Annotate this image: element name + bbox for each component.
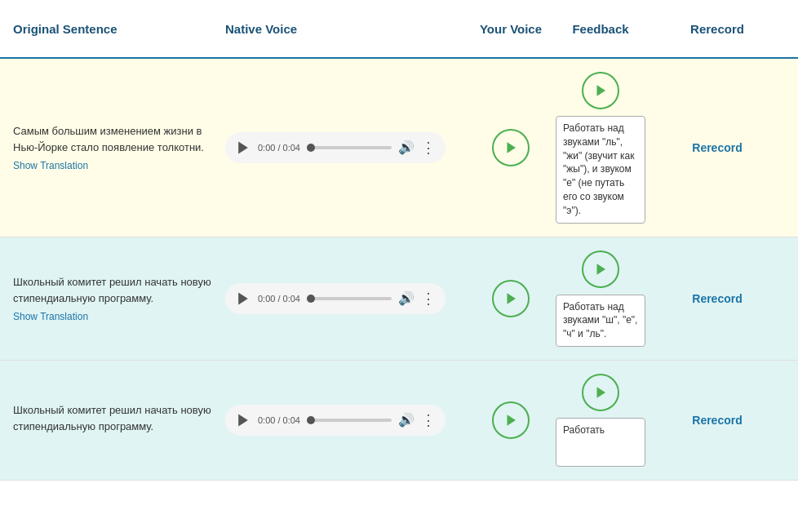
more-options-icon[interactable]: ⋮: [421, 290, 437, 308]
audio-time: 0:00 / 0:04: [258, 415, 300, 425]
table-header: Original Sentence Native Voice Your Voic…: [0, 0, 798, 59]
svg-marker-2: [597, 85, 606, 96]
header-yourvoice: Your Voice: [470, 22, 552, 36]
audio-time: 0:00 / 0:04: [258, 294, 300, 304]
native-voice-cell: 0:00 / 0:04 🔊 ⋮: [225, 283, 470, 314]
feedback-play-button[interactable]: [582, 72, 619, 109]
volume-icon[interactable]: 🔊: [398, 290, 415, 306]
your-voice-play-button[interactable]: [492, 401, 530, 439]
rerecord-button[interactable]: Rerecord: [685, 410, 748, 430]
original-sentence-text: Школьный комитет решил начать новую стип…: [13, 402, 215, 434]
audio-play-button[interactable]: [235, 412, 251, 428]
volume-icon[interactable]: 🔊: [398, 140, 415, 155]
feedback-cell: Работать над звуками "ш", "е", "ч" и "ль…: [552, 250, 649, 347]
feedback-play-button[interactable]: [582, 374, 619, 411]
feedback-text-box: Работать: [556, 418, 645, 467]
audio-player: 0:00 / 0:04 🔊 ⋮: [225, 283, 446, 314]
rerecord-cell: Rerecord: [649, 289, 785, 308]
svg-marker-4: [508, 293, 516, 304]
audio-player: 0:00 / 0:04 🔊 ⋮: [225, 405, 446, 436]
audio-play-button[interactable]: [235, 140, 251, 156]
svg-marker-6: [238, 414, 248, 426]
header-feedback: Feedback: [552, 22, 649, 36]
audio-progress-bar[interactable]: [307, 297, 392, 300]
original-sentence-cell: Школьный комитет решил начать новую стип…: [13, 274, 225, 322]
native-voice-cell: 0:00 / 0:04 🔊 ⋮: [225, 132, 470, 163]
svg-marker-1: [508, 142, 516, 153]
volume-icon[interactable]: 🔊: [398, 412, 415, 428]
feedback-cell: Работать над звуками "ль", "жи" (звучит …: [552, 72, 649, 224]
more-options-icon[interactable]: ⋮: [421, 139, 437, 157]
feedback-play-button[interactable]: [582, 250, 619, 288]
audio-progress-bar[interactable]: [307, 419, 392, 422]
table-row: Школьный комитет решил начать новую стип…: [0, 361, 798, 481]
rerecord-button[interactable]: Rerecord: [685, 138, 748, 157]
svg-marker-8: [597, 387, 606, 398]
header-rerecord: Rerecord: [649, 22, 785, 36]
table-row: Школьный комитет решил начать новую стип…: [0, 237, 798, 361]
rerecord-cell: Rerecord: [649, 410, 785, 430]
audio-player: 0:00 / 0:04 🔊 ⋮: [225, 132, 446, 163]
svg-marker-0: [238, 141, 248, 153]
show-translation-link[interactable]: Show Translation: [13, 160, 88, 171]
more-options-icon[interactable]: ⋮: [421, 411, 437, 429]
native-voice-cell: 0:00 / 0:04 🔊 ⋮: [225, 405, 470, 436]
audio-play-button[interactable]: [235, 290, 251, 307]
feedback-text-box: Работать над звуками "ш", "е", "ч" и "ль…: [556, 295, 645, 347]
original-sentence-cell: Самым большим изменением жизни в Нью-Йор…: [13, 123, 225, 171]
your-voice-cell: [470, 280, 552, 317]
rerecord-cell: Rerecord: [649, 138, 785, 157]
your-voice-cell: [470, 401, 552, 439]
header-native: Native Voice: [225, 22, 470, 36]
table-row: Самым большим изменением жизни в Нью-Йор…: [0, 59, 798, 237]
original-sentence-cell: Школьный комитет решил начать новую стип…: [13, 402, 225, 437]
rerecord-button[interactable]: Rerecord: [685, 289, 748, 308]
show-translation-link[interactable]: Show Translation: [13, 311, 88, 322]
svg-marker-5: [597, 264, 606, 275]
your-voice-cell: [470, 129, 552, 166]
svg-marker-7: [508, 415, 516, 426]
your-voice-play-button[interactable]: [492, 280, 530, 317]
svg-marker-3: [238, 292, 248, 304]
header-original: Original Sentence: [13, 22, 225, 36]
feedback-cell: Работать: [552, 374, 649, 467]
feedback-text-box: Работать над звуками "ль", "жи" (звучит …: [556, 116, 645, 224]
original-sentence-text: Самым большим изменением жизни в Нью-Йор…: [13, 123, 215, 155]
audio-time: 0:00 / 0:04: [258, 143, 300, 153]
audio-progress-bar[interactable]: [307, 146, 392, 149]
your-voice-play-button[interactable]: [492, 129, 530, 166]
original-sentence-text: Школьный комитет решил начать новую стип…: [13, 274, 215, 306]
